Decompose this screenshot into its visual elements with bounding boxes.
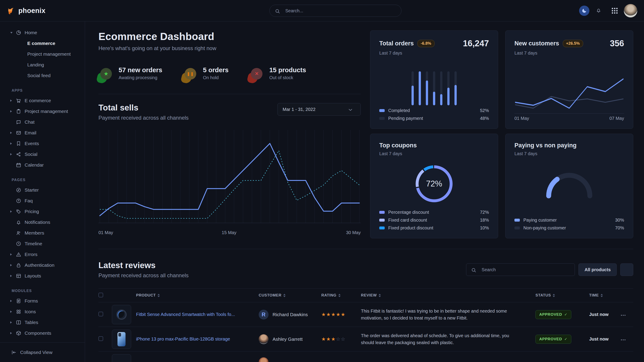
trend-badge: -6.8% [417, 40, 434, 47]
rating-stars: ★★★★★ [321, 313, 346, 317]
sidebar-item-social-feed[interactable]: Social feed [0, 70, 85, 81]
card-title: New customers [514, 40, 559, 47]
sidebar-item-project-management[interactable]: Project management [0, 106, 85, 117]
bookmark-icon [16, 141, 22, 146]
select-all-checkbox[interactable] [98, 293, 103, 297]
sidebar-item-ecommerce[interactable]: E commerce [0, 95, 85, 106]
latest-reviews-section: Latest reviews Payment received across a… [98, 249, 633, 361]
sort-icon [158, 294, 160, 297]
chevron-right-icon [10, 253, 16, 256]
sort-icon [338, 294, 340, 297]
row-menu-button[interactable] [620, 313, 626, 316]
row-menu-button[interactable] [620, 337, 626, 341]
sidebar-item-pricing[interactable]: Pricing [0, 206, 85, 217]
chevron-down-icon [10, 32, 16, 33]
product-link[interactable]: iPhone 13 pro max-Pacific Blue-128GB sto… [136, 337, 259, 342]
date-range-select[interactable]: Mar 1 - 31, 2022 [278, 103, 361, 116]
collapse-sidebar-button[interactable]: Collapsed View [0, 342, 85, 362]
grid-icon [16, 309, 22, 315]
sidebar-item-starter[interactable]: Starter [0, 185, 85, 195]
product-link[interactable]: Fitbit Sense Advanced Smartwatch with To… [136, 312, 259, 317]
chevron-right-icon [10, 264, 16, 266]
sidebar-item-faq[interactable]: Faq [0, 195, 85, 206]
page-subtitle: Here's what's going on at your business … [98, 45, 361, 51]
users-icon [16, 230, 22, 236]
apps-grid-icon[interactable] [612, 8, 618, 14]
star-icon: ☆ [336, 336, 341, 342]
row-checkbox[interactable] [98, 312, 103, 316]
sidebar-item-timeline[interactable]: Timeline [0, 238, 85, 249]
phoenix-flame-icon [7, 6, 16, 15]
sort-icon [378, 294, 381, 297]
sort-icon [283, 294, 286, 297]
rating-stars: ★★★☆☆ [321, 338, 346, 342]
calendar-icon [16, 162, 22, 168]
column-time[interactable]: TIME [589, 293, 620, 298]
sidebar-item-errors[interactable]: Errors [0, 249, 85, 260]
sidebar-item-authentication[interactable]: Authentication [0, 260, 85, 271]
all-products-button[interactable]: All products [578, 263, 617, 276]
sidebar-item-layouts[interactable]: Layouts [0, 271, 85, 281]
legend-percentage-discount: Percentage discount 72% [379, 210, 489, 215]
lock-icon [16, 262, 22, 268]
theme-toggle-button[interactable] [579, 5, 590, 16]
column-review[interactable]: REVIEW [361, 293, 536, 298]
global-search[interactable] [270, 5, 402, 17]
product-thumbnail[interactable] [112, 330, 131, 349]
global-search-input[interactable] [285, 8, 396, 13]
sidebar-item-forms[interactable]: Forms [0, 296, 85, 306]
sidebar-item-chat[interactable]: Chat [0, 117, 85, 127]
chevron-right-icon [10, 210, 16, 213]
review-time: Just now [589, 337, 609, 342]
star-icon: ★ [336, 312, 341, 317]
legend-paying: Paying customer 30% [514, 218, 624, 223]
column-product[interactable]: PRODUCT [136, 293, 259, 298]
product-thumbnail[interactable] [112, 354, 131, 362]
check-icon: ✓ [564, 337, 568, 341]
product-thumbnail[interactable] [112, 305, 131, 324]
brand-logo[interactable]: phoenix [7, 6, 46, 15]
more-options-button[interactable] [620, 263, 633, 276]
sidebar-item-tables[interactable]: Tables [0, 317, 85, 328]
column-rating[interactable]: RATING [321, 293, 361, 298]
sidebar-item-components[interactable]: Components [0, 328, 85, 339]
chat-icon [16, 119, 22, 125]
reviews-search-input[interactable] [482, 267, 570, 272]
notifications-bell-icon[interactable] [596, 7, 602, 14]
sidebar-item-project-management-home[interactable]: Project management [0, 49, 85, 59]
donut-center-label: 72% [413, 163, 455, 205]
star-icon: ☆ [341, 336, 346, 342]
layout-icon [16, 273, 22, 279]
compass-icon [16, 187, 22, 193]
sidebar-item-members[interactable]: Members [0, 228, 85, 238]
sidebar-item-notifications[interactable]: Notifications [0, 217, 85, 228]
sidebar-item-landing[interactable]: Landing [0, 59, 85, 70]
sidebar-item-icons[interactable]: Icons [0, 306, 85, 317]
column-status[interactable]: STATUS [536, 293, 589, 298]
sidebar-item-calendar[interactable]: Calendar [0, 160, 85, 170]
mail-icon [16, 130, 22, 136]
star-icon: ★ [331, 312, 336, 317]
sidebar-section-apps: APPS [0, 86, 85, 95]
chevron-right-icon [10, 99, 16, 102]
sidebar-item-home[interactable]: Home [0, 27, 85, 38]
total-sells-chart [98, 129, 361, 229]
new-customers-value: 356 [610, 39, 624, 48]
reviews-search[interactable] [466, 263, 575, 276]
sidebar-section-modules: MODULES [0, 286, 85, 296]
orders-bar-chart [379, 71, 489, 105]
sidebar-item-email[interactable]: Email [0, 127, 85, 138]
sidebar-item-social[interactable]: Social [0, 149, 85, 160]
sidebar-item-ecommerce-home[interactable]: E commerce [0, 38, 85, 49]
table-row: iPhone 13 pro max-Pacific Blue-128GB sto… [98, 327, 633, 352]
star-icon: ★ [341, 312, 346, 317]
total-orders-value: 16,247 [463, 39, 489, 48]
search-icon [274, 8, 280, 13]
pie-chart-icon [16, 30, 22, 35]
row-checkbox[interactable] [98, 336, 103, 341]
user-avatar[interactable] [624, 4, 637, 17]
star-icon: ★ [331, 336, 336, 342]
chevron-right-icon [10, 142, 16, 145]
sidebar-item-events[interactable]: Events [0, 138, 85, 149]
column-customer[interactable]: CUSTOMER [259, 293, 321, 298]
